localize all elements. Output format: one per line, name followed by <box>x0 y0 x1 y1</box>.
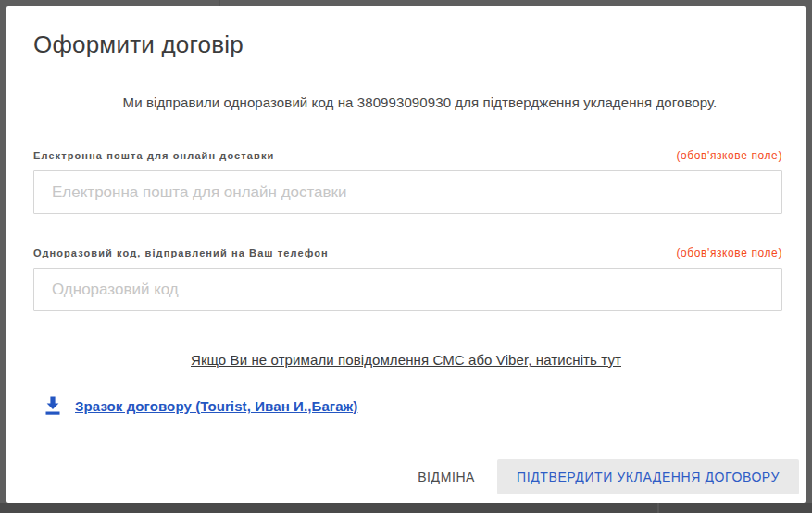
contract-dialog: Оформити договір Ми відправили одноразов… <box>6 6 806 503</box>
confirm-contract-button[interactable]: ПІДТВЕРДИТИ УКЛАДЕННЯ ДОГОВОРУ <box>497 459 799 494</box>
email-field-group: Електронна пошта для онлайн доставки (об… <box>33 149 782 214</box>
otp-input[interactable] <box>33 268 782 311</box>
cancel-button[interactable]: ВІДМІНА <box>414 460 479 494</box>
dialog-title: Оформити договір <box>33 31 779 59</box>
contract-sample-row[interactable]: Зразок договору (Tourist, Иван И.,Багаж) <box>44 396 782 416</box>
download-icon <box>44 396 62 416</box>
email-required-note: (обов'язкове поле) <box>676 149 782 162</box>
email-field-label: Електронна пошта для онлайн доставки <box>33 150 274 161</box>
email-input[interactable] <box>33 170 782 214</box>
resend-row: Якщо Ви не отримали повідомлення СМС або… <box>6 352 806 369</box>
overlay-bottom-seam <box>657 503 659 513</box>
otp-field-group: Одноразовий код, відправлений на Ваш тел… <box>33 246 782 311</box>
otp-field-label: Одноразовий код, відправлений на Ваш тел… <box>33 247 329 258</box>
otp-sent-message: Ми відправили одноразовий код на 3809930… <box>6 94 806 110</box>
resend-code-link[interactable]: Якщо Ви не отримали повідомлення СМС або… <box>191 352 621 368</box>
overlay-seam <box>219 0 220 6</box>
dialog-footer: ВІДМІНА ПІДТВЕРДИТИ УКЛАДЕННЯ ДОГОВОРУ <box>414 459 799 494</box>
otp-label-row: Одноразовий код, відправлений на Ваш тел… <box>33 246 782 259</box>
overlay-bottom-strip <box>0 503 812 513</box>
contract-sample-link[interactable]: Зразок договору (Tourist, Иван И.,Багаж) <box>75 398 357 414</box>
email-label-row: Електронна пошта для онлайн доставки (об… <box>33 149 782 162</box>
otp-required-note: (обов'язкове поле) <box>676 246 782 259</box>
